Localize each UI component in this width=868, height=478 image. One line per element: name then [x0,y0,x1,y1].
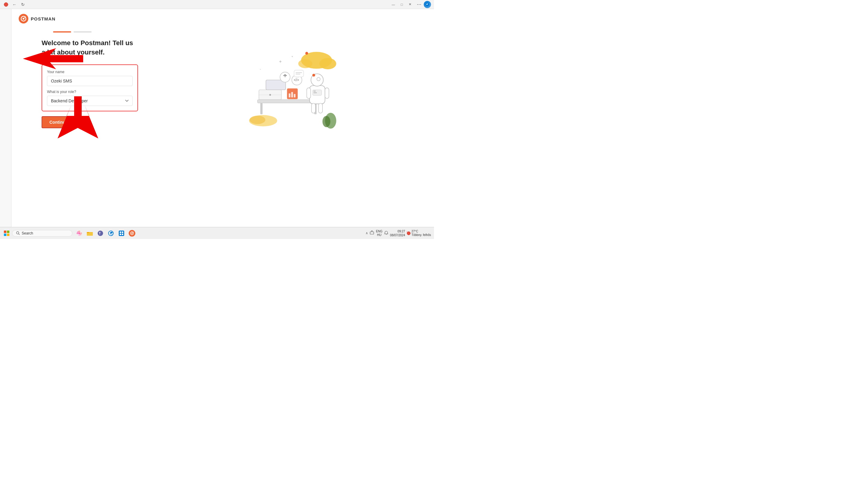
system-tray-expand[interactable]: ∧ [366,231,368,235]
svg-rect-65 [119,231,124,236]
svg-rect-19 [291,92,293,98]
onboarding-illustration: ✦ ✦ + [223,49,337,133]
svg-rect-46 [4,231,6,233]
svg-text:</>: </> [294,78,299,82]
weather-info: 27°C Többny. felhős [411,230,431,237]
taskbar: Search [0,227,434,239]
language-indicator: ENG HU [376,230,382,237]
datetime-display[interactable]: 09:27 08/07/2024 [390,229,405,237]
svg-text:+: + [260,68,261,71]
back-button[interactable]: ← [11,1,18,7]
taskbar-apps: T [74,228,137,238]
postman-brand-text: POSTMAN [31,16,56,21]
svg-rect-35 [312,103,315,113]
name-label: Your name [47,70,133,74]
weather-widget: ! 27°C Többny. felhős [407,230,431,237]
svg-point-52 [79,232,80,234]
svg-rect-18 [289,93,290,97]
svg-point-1 [23,18,24,20]
svg-point-50 [17,232,19,234]
illustration-area: ✦ ✦ + [156,38,404,144]
svg-rect-11 [260,103,262,114]
progress-step-2 [73,31,92,33]
start-button[interactable] [2,229,11,238]
maximize-button[interactable]: □ [398,1,406,8]
svg-point-58 [80,234,82,235]
close-button[interactable]: ✕ [406,1,414,8]
svg-rect-38 [313,91,315,92]
form-section: Welcome to Postman! Tell us a bit about … [41,38,138,128]
svg-rect-34 [325,88,329,98]
progress-step-1 [53,31,71,33]
postman-header: POSTMAN [11,9,434,28]
role-label: What is your role? [47,90,133,94]
svg-rect-73 [370,232,374,234]
edge-browser-icon [424,1,431,8]
svg-rect-49 [7,234,9,236]
svg-rect-48 [4,234,6,236]
svg-rect-61 [87,232,89,233]
svg-rect-36 [318,103,322,113]
svg-line-51 [19,234,20,235]
svg-point-4 [319,58,336,69]
date-display: 08/07/2024 [390,233,405,237]
continue-button[interactable]: Continue [41,116,76,128]
svg-rect-66 [120,232,121,233]
svg-point-6 [305,52,308,55]
svg-rect-69 [122,234,123,235]
svg-rect-68 [120,234,121,235]
svg-point-57 [77,231,79,233]
weather-icon: ! [407,232,410,235]
main-content: POSTMAN Welcome to Postman! Tell us a bi… [11,9,434,227]
network-icon[interactable] [370,231,374,236]
more-options-button[interactable]: ··· [417,1,421,7]
taskbar-teams-icon[interactable]: T [95,228,105,238]
taskbar-search[interactable]: Search [12,230,72,237]
role-select[interactable]: Backend Developer Frontend Developer Ful… [47,96,133,106]
postman-logo [19,14,28,24]
refresh-button[interactable]: ↻ [20,1,26,7]
taskbar-postman-icon[interactable] [127,228,137,238]
taskbar-explorer-icon[interactable] [85,228,95,238]
window-controls: — □ ✕ [389,1,414,8]
window-icon [4,2,8,7]
svg-text:T: T [99,232,101,235]
name-input[interactable] [47,76,133,86]
svg-rect-20 [294,94,296,97]
system-tray: ∧ ENG HU 09:27 08/07/2024 [366,229,432,237]
svg-rect-39 [313,93,317,93]
minimize-button[interactable]: — [389,1,398,8]
search-icon [16,231,20,235]
taskbar-search-text: Search [22,231,33,235]
taskbar-edge-icon[interactable] [106,228,116,238]
form-box: Your name What is your role? Backend Dev… [41,64,138,111]
browser-chrome: ← ↻ — □ ✕ ··· [0,0,434,9]
progress-indicator [11,28,434,36]
svg-point-41 [322,116,330,127]
svg-point-43 [250,115,265,124]
svg-point-15 [270,94,271,96]
svg-text:✦: ✦ [278,59,282,64]
svg-point-32 [312,74,315,76]
time-display: 09:27 [390,229,405,233]
svg-text:✦: ✦ [291,55,293,58]
svg-rect-33 [307,88,311,98]
svg-rect-67 [122,232,123,233]
svg-point-71 [131,233,133,234]
svg-rect-47 [7,231,9,233]
notification-icon[interactable] [384,231,388,236]
taskbar-photos-icon[interactable] [74,228,84,238]
welcome-title: Welcome to Postman! Tell us a bit about … [41,38,138,57]
taskbar-store-icon[interactable] [116,228,127,238]
sidebar-strip [0,9,11,239]
svg-rect-25 [294,70,304,77]
onboarding-area: Welcome to Postman! Tell us a bit about … [11,36,434,147]
svg-point-5 [299,59,313,68]
